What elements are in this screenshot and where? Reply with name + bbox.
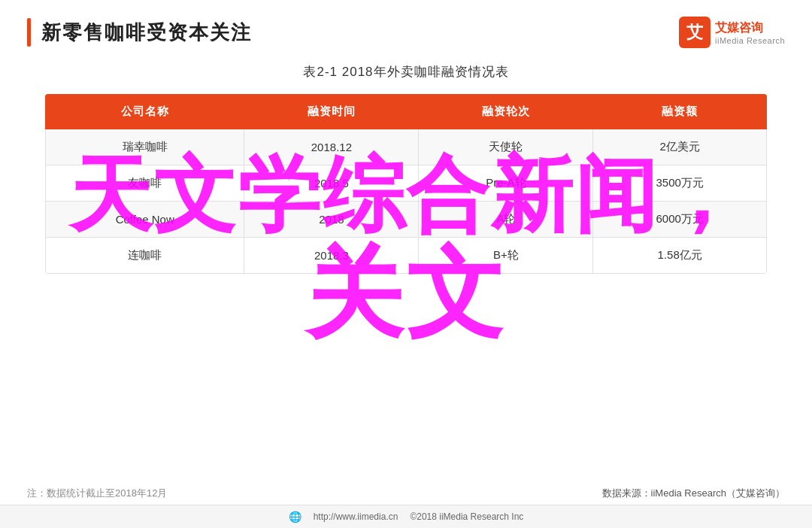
- logo-area: 艾 艾媒咨询 iiMedia Research: [679, 17, 785, 48]
- table-row: 瑞幸咖啡2018.12天使轮2亿美元: [46, 129, 767, 165]
- cell-round: 天使轮: [419, 129, 593, 165]
- table-section: 表2-1 2018年外卖咖啡融资情况表 公司名称 融资时间 融资轮次 融资额 瑞…: [0, 56, 812, 274]
- table-row: 连咖啡2018.3B+轮1.58亿元: [46, 238, 767, 274]
- title-section: 新零售咖啡受资本关注: [27, 18, 252, 47]
- cell-amount: 6000万元: [593, 202, 767, 238]
- col-round: 融资轮次: [419, 95, 593, 129]
- logo-en: iiMedia Research: [715, 36, 785, 45]
- footer-notes: 注：数据统计截止至2018年12月 数据来源：iiMedia Research（…: [0, 481, 812, 505]
- cell-company: Coffee Now: [46, 202, 244, 238]
- header: 新零售咖啡受资本关注 艾 艾媒咨询 iiMedia Research: [0, 0, 812, 56]
- cell-company: 瑞幸咖啡: [46, 129, 244, 165]
- logo-icon-text: 艾: [686, 21, 703, 44]
- logo-icon: 艾: [679, 17, 710, 48]
- cell-time: 2018: [244, 202, 419, 238]
- cell-time: 2018.12: [244, 129, 419, 165]
- footer-url: http://www.iimedia.cn: [314, 511, 398, 522]
- col-company: 公司名称: [46, 95, 244, 129]
- table-header-row: 公司名称 融资时间 融资轮次 融资额: [46, 95, 767, 129]
- table-title: 表2-1 2018年外卖咖啡融资情况表: [45, 63, 767, 80]
- title-bar: [27, 18, 31, 47]
- cell-time: 2018.3: [244, 238, 419, 274]
- footer-note-left: 注：数据统计截止至2018年12月: [27, 487, 167, 500]
- footer: 注：数据统计截止至2018年12月 数据来源：iiMedia Research（…: [0, 481, 812, 528]
- logo-cn: 艾媒咨询: [715, 20, 763, 36]
- logo-text: 艾媒咨询 iiMedia Research: [715, 20, 785, 45]
- page-title: 新零售咖啡受资本关注: [41, 20, 252, 46]
- cell-round: Pre-A轮: [419, 165, 593, 202]
- cell-amount: 2亿美元: [593, 129, 767, 165]
- main-content: 新零售咖啡受资本关注 艾 艾媒咨询 iiMedia Research 表2-1 …: [0, 0, 812, 528]
- footer-note-right: 数据来源：iiMedia Research（艾媒咨询）: [602, 487, 785, 500]
- cell-amount: 3500万元: [593, 165, 767, 202]
- cell-company: 连咖啡: [46, 238, 244, 274]
- table-row: 友咖啡2018.5Pre-A轮3500万元: [46, 165, 767, 202]
- data-table: 公司名称 融资时间 融资轮次 融资额 瑞幸咖啡2018.12天使轮2亿美元友咖啡…: [45, 94, 767, 274]
- cell-amount: 1.58亿元: [593, 238, 767, 274]
- cell-round: B+轮: [419, 238, 593, 274]
- table-row: Coffee Now2018A轮6000万元: [46, 202, 767, 238]
- col-time: 融资时间: [244, 95, 419, 129]
- footer-bottom: 🌐 http://www.iimedia.cn ©2018 iiMedia Re…: [0, 505, 812, 528]
- col-amount: 融资额: [593, 95, 767, 129]
- cell-company: 友咖啡: [46, 165, 244, 202]
- cell-round: A轮: [419, 202, 593, 238]
- globe-icon: 🌐: [289, 511, 301, 523]
- cell-time: 2018.5: [244, 165, 419, 202]
- footer-copyright: ©2018 iiMedia Research Inc: [410, 511, 523, 522]
